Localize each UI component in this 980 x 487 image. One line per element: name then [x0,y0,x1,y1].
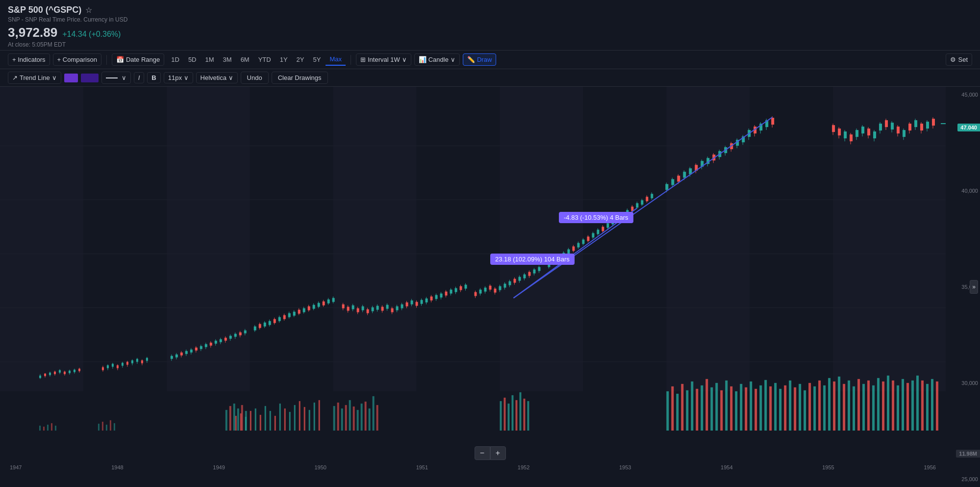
svg-rect-237 [367,309,369,313]
svg-rect-129 [54,372,56,374]
svg-rect-417 [914,120,917,127]
draw-button[interactable]: ✏️ Draw [463,53,496,66]
svg-rect-337 [621,213,624,218]
svg-rect-86 [813,386,816,431]
svg-rect-101 [887,376,889,431]
svg-rect-343 [636,203,638,207]
svg-rect-131 [59,370,61,373]
title-row: S&P 500 (^GSPC) ☆ [8,5,972,15]
zoom-in-button[interactable]: + [490,446,506,460]
price-row: 3,972.89 +14.34 (+0.36%) [8,25,972,40]
svg-rect-46 [373,396,375,431]
interval-label: Interval 1W [368,56,400,63]
svg-rect-112 [39,426,41,431]
tab-max[interactable]: Max [326,53,346,66]
svg-rect-29 [319,400,320,431]
tab-5d[interactable]: 5D [184,54,201,65]
svg-rect-197 [264,323,266,327]
svg-rect-259 [421,300,423,304]
svg-rect-74 [754,389,757,431]
tab-5y[interactable]: 5Y [309,54,325,65]
svg-rect-225 [332,298,335,302]
tab-3m[interactable]: 3M [219,54,236,65]
svg-rect-102 [892,381,894,431]
italic-button[interactable]: I [134,72,145,83]
svg-rect-169 [190,350,193,353]
svg-rect-20 [275,416,276,431]
svg-rect-71 [740,384,742,431]
font-size-button[interactable]: 11px ∨ [164,72,193,83]
svg-rect-269 [445,292,448,296]
svg-rect-120 [110,420,111,431]
tab-1y[interactable]: 1Y [276,54,292,65]
svg-rect-63 [701,385,703,431]
svg-rect-54 [523,399,525,431]
svg-rect-351 [665,184,668,190]
chart-svg [0,87,946,460]
gear-icon: ⚙ [950,56,956,63]
svg-rect-329 [602,227,604,231]
font-family-label: Helvetica [201,74,226,81]
candle-chevron: ∨ [451,56,455,63]
svg-rect-217 [313,305,315,309]
tab-ytd[interactable]: YTD [254,54,275,65]
interval-button[interactable]: ⊞ Interval 1W ∨ [356,53,411,66]
candle-button[interactable]: 📊 Candle ∨ [414,53,460,66]
svg-rect-195 [259,324,261,328]
svg-rect-207 [288,313,291,317]
line-style-button[interactable]: ∨ [101,72,131,84]
comparison-button[interactable]: + Comparison [53,53,101,66]
svg-rect-133 [64,372,66,374]
y-label-40000: 40,000 [948,188,978,194]
svg-rect-285 [489,286,491,290]
current-price-badge: 47.040 [957,124,980,131]
svg-rect-325 [592,233,594,237]
svg-rect-6 [0,87,83,391]
svg-rect-113 [43,427,45,431]
svg-rect-30 [226,410,227,431]
tab-1m[interactable]: 1M [201,54,218,65]
tab-2y[interactable]: 2Y [293,54,308,65]
date-range-button[interactable]: 📅 Date Range [112,53,164,66]
tab-1d[interactable]: 1D [167,54,183,65]
svg-rect-187 [234,334,237,337]
calendar-icon: 📅 [116,56,124,63]
bold-button[interactable]: B [147,72,160,83]
volume-badge: 11.98M [956,450,980,458]
svg-rect-317 [572,246,575,251]
svg-rect-97 [867,381,870,431]
font-family-button[interactable]: Helvetica ∨ [196,72,238,83]
color-swatch-1[interactable] [64,74,78,82]
svg-rect-293 [508,282,511,285]
svg-rect-245 [386,305,389,309]
undo-button[interactable]: Undo [241,72,269,84]
svg-rect-415 [908,124,911,130]
settings-button[interactable]: ⚙ Set [946,53,972,66]
clear-drawings-button[interactable]: Clear Drawings [272,72,328,84]
drawing-toolbar: ↗ Trend Line ∨ ∨ I B 11px ∨ Helvetica ∨ … [0,69,980,87]
color-swatch-2[interactable] [81,74,99,82]
svg-rect-247 [391,308,394,312]
svg-rect-399 [861,127,864,133]
svg-rect-155 [136,359,138,362]
indicators-button[interactable]: + Indicators [8,53,50,66]
tab-6m[interactable]: 6M [237,54,253,65]
svg-rect-79 [779,389,781,431]
x-label-1948: 1948 [111,464,123,470]
svg-rect-387 [771,118,774,125]
svg-rect-305 [538,267,540,271]
expand-button[interactable]: » [970,280,978,294]
svg-rect-87 [818,381,821,431]
x-label-1947: 1947 [10,464,22,470]
svg-rect-143 [107,365,109,368]
svg-rect-277 [465,285,467,289]
svg-rect-331 [606,223,609,228]
svg-rect-355 [677,176,680,181]
svg-rect-40 [349,400,351,431]
star-icon[interactable]: ☆ [85,5,92,15]
y-label-30000: 30,000 [948,380,978,386]
svg-rect-389 [832,125,835,132]
trend-line-button[interactable]: ↗ Trend Line ∨ [8,72,61,84]
svg-rect-301 [528,272,530,276]
zoom-out-button[interactable]: − [475,446,490,460]
